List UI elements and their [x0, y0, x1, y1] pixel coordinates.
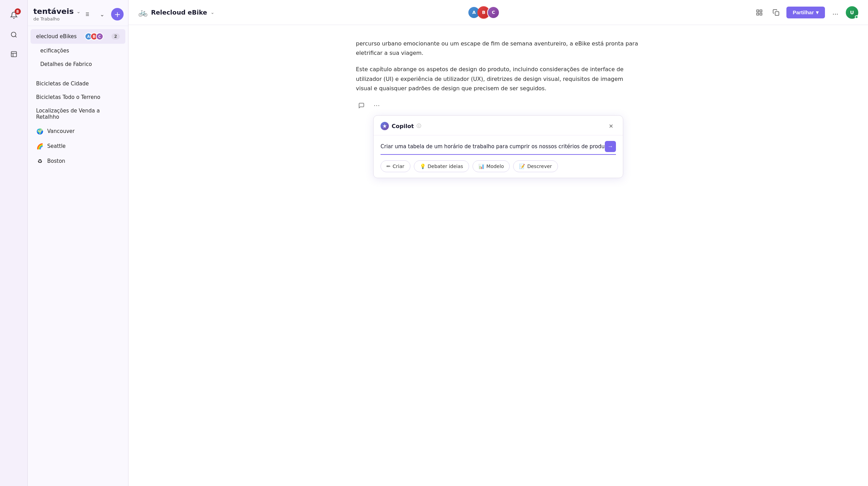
compose-button[interactable] [6, 46, 22, 62]
header-left: 🚲 Relecloud eBike ⌄ [138, 8, 214, 17]
top-header: 🚲 Relecloud eBike ⌄ A B C [128, 0, 868, 25]
notification-button[interactable]: 8 [6, 7, 22, 24]
participant-avatar-3[interactable]: C [487, 6, 500, 19]
svg-point-0 [11, 32, 16, 37]
chip-icon-debater: 💡 [420, 164, 426, 169]
sidebar-location-label-1: Vancouver [47, 128, 75, 134]
doc-content: percurso urbano emocionante ou um escape… [128, 25, 868, 486]
sidebar-channel-label-3: Localizações de Venda a Retalhho [36, 108, 120, 120]
sidebar-item-especificacoes[interactable]: ecificações [31, 44, 125, 57]
sidebar-item-avatars: A B C [85, 33, 103, 40]
sidebar-item-boston[interactable]: ♻️ Boston [31, 154, 125, 168]
add-channel-button[interactable]: + [111, 8, 124, 20]
sidebar-item-badge: 2 [111, 33, 120, 40]
sidebar-subtitle: de Trabalho [33, 16, 81, 22]
sidebar-channel-label-2: Bicicletas Todo o Terreno [36, 94, 100, 100]
sidebar-title-chevron[interactable]: ⌄ [76, 9, 81, 14]
sidebar-item-bicicletas-terreno[interactable]: Bicicletas Todo o Terreno [31, 91, 125, 104]
sidebar-item-bicicletas-cidade[interactable]: Bicicletas de Cidade [31, 77, 125, 90]
copilot-logo [381, 122, 389, 130]
user-online-indicator [855, 15, 858, 19]
copilot-title: Copilot [392, 123, 414, 129]
sidebar-header-actions: ⌄ + [81, 8, 124, 20]
copilot-chip-criar[interactable]: ✏️ Criar [381, 160, 410, 172]
copilot-title-row: Copilot ⓘ [381, 122, 421, 130]
copy-button[interactable] [770, 6, 782, 19]
avatar-3: C [96, 33, 103, 40]
bike-icon: 🚲 [138, 8, 148, 17]
chip-label-debater: Debater ideias [428, 164, 463, 169]
chip-icon-descrever: 📝 [519, 164, 525, 169]
sidebar-item-vancouver[interactable]: 🌍 Vancouver [31, 124, 125, 139]
participant-avatars: A B C [468, 6, 500, 19]
vancouver-icon: 🌍 [36, 127, 44, 135]
chip-label-descrever: Descrever [527, 164, 552, 169]
svg-rect-11 [760, 13, 762, 15]
copilot-chip-modelo[interactable]: 📊 Modelo [473, 160, 510, 172]
partilhar-button[interactable]: Partilhar ▾ [786, 7, 825, 18]
channel-chevron-icon[interactable]: ⌄ [210, 10, 214, 15]
doc-text: percurso urbano emocionante ou um escape… [356, 39, 641, 93]
sidebar-sub-item-label: ecificações [40, 48, 69, 54]
sidebar-filter-button[interactable] [81, 8, 93, 20]
svg-rect-10 [757, 13, 759, 15]
boston-icon: ♻️ [36, 157, 44, 165]
main-area: 🚲 Relecloud eBike ⌄ A B C [128, 0, 868, 486]
sidebar-channel-label-1: Bicicletas de Cidade [36, 81, 89, 87]
chip-label-modelo: Modelo [486, 164, 504, 169]
app-container: 8 tentáveis ⌄ de Trabalho [0, 0, 868, 486]
copilot-chips: ✏️ Criar 💡 Debater ideias 📊 Modelo � [381, 160, 616, 172]
sidebar: tentáveis ⌄ de Trabalho ⌄ [28, 0, 128, 486]
copilot-panel: Copilot ⓘ ✕ → ✏️ Cri [373, 115, 623, 178]
copilot-info-icon[interactable]: ⓘ [417, 123, 421, 129]
copilot-header: Copilot ⓘ ✕ [374, 116, 623, 135]
header-center: A B C [220, 6, 748, 19]
seattle-icon: 🌈 [36, 142, 44, 150]
copilot-input-row: → [381, 141, 616, 155]
chip-icon-criar: ✏️ [386, 164, 391, 169]
left-rail: 8 [0, 0, 28, 486]
sidebar-chevron-button[interactable]: ⌄ [96, 8, 108, 20]
search-button[interactable] [6, 26, 22, 43]
chip-label-criar: Criar [393, 164, 404, 169]
copilot-chip-descrever[interactable]: 📝 Descrever [513, 160, 558, 172]
comment-icon[interactable] [356, 100, 367, 111]
sidebar-item-detalhes-fabrico[interactable]: Detalhes de Fabrico [31, 58, 125, 71]
doc-paragraph-2: Este capítulo abrange os aspetos de desi… [356, 65, 641, 93]
more-options-button[interactable]: ... [829, 6, 842, 19]
sidebar-sub-item-label-2: Detalhes de Fabrico [40, 61, 92, 67]
doc-actions: ⋯ [356, 100, 641, 111]
sidebar-item-relecloud-ebikes[interactable]: elecloud eBikes A B C 2 [31, 29, 125, 44]
more-actions-icon[interactable]: ⋯ [371, 100, 382, 111]
sidebar-channels-section: elecloud eBikes A B C 2 ecificações Deta… [28, 26, 128, 171]
sidebar-item-label: elecloud eBikes [36, 33, 77, 40]
copilot-send-button[interactable]: → [605, 141, 616, 152]
svg-rect-8 [757, 10, 759, 12]
notification-badge: 8 [15, 8, 21, 15]
sidebar-item-seattle[interactable]: 🌈 Seattle [31, 139, 125, 153]
user-avatar[interactable]: U [846, 6, 858, 19]
svg-rect-9 [760, 10, 762, 12]
doc-paragraph-1: percurso urbano emocionante ou um escape… [356, 39, 641, 58]
chip-icon-modelo: 📊 [478, 164, 484, 169]
copilot-chip-debater[interactable]: 💡 Debater ideias [414, 160, 469, 172]
sidebar-title: tentáveis [33, 7, 74, 16]
channel-name: Relecloud eBike [151, 9, 207, 16]
apps-button[interactable] [753, 6, 766, 19]
copilot-input-area: → ✏️ Criar 💡 Debater ideias [374, 135, 623, 178]
header-right: Partilhar ▾ ... U [753, 6, 858, 19]
sidebar-location-label-3: Boston [47, 158, 65, 164]
copilot-close-button[interactable]: ✕ [606, 121, 616, 131]
svg-rect-12 [775, 11, 779, 15]
svg-rect-1 [11, 52, 16, 57]
copilot-input[interactable] [381, 143, 605, 150]
sidebar-item-localizacoes-venda[interactable]: Localizações de Venda a Retalhho [31, 104, 125, 124]
sidebar-header: tentáveis ⌄ de Trabalho ⌄ [28, 0, 128, 26]
sidebar-location-label-2: Seattle [47, 143, 66, 149]
